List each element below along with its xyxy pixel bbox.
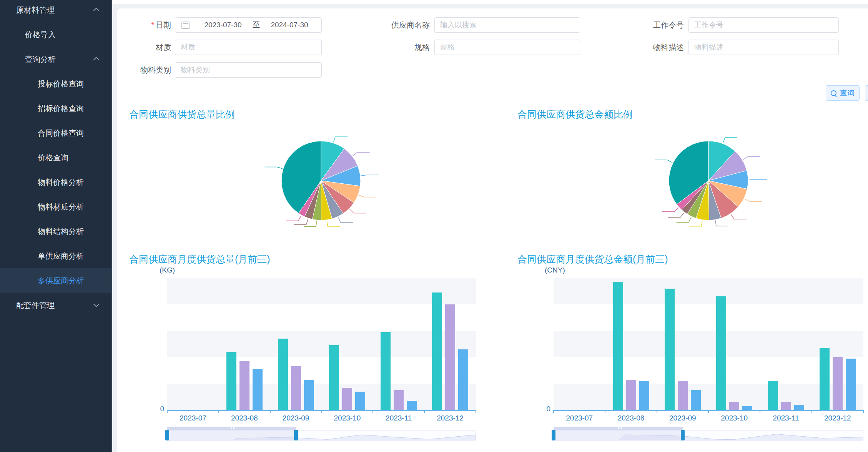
bar: [445, 304, 455, 410]
pie-leader-line: [668, 213, 684, 217]
query-button[interactable]: 查询: [826, 85, 860, 101]
x-axis-tick: [218, 410, 219, 413]
bar: [432, 292, 442, 410]
bar: [639, 381, 649, 410]
material-category-input[interactable]: [175, 62, 322, 78]
sidebar-item-配套件管理[interactable]: 配套件管理: [0, 293, 112, 317]
datazoom-move-bar[interactable]: [167, 427, 296, 430]
grid-band: [167, 384, 476, 410]
sidebar-item-物料价格分析[interactable]: 物料价格分析: [0, 170, 112, 194]
sidebar-item-label: 投标价格查询: [38, 80, 84, 88]
sidebar-item-价格查询[interactable]: 价格查询: [0, 145, 112, 170]
datazoom-slider[interactable]: [167, 427, 476, 442]
sidebar-item-原材料管理[interactable]: 原材料管理: [0, 0, 112, 22]
material-input[interactable]: [175, 40, 322, 55]
bar-chart-monthly-quantity: 2023-072023-082023-092023-102023-112023-…: [167, 278, 476, 445]
bar: [278, 339, 288, 410]
x-axis-label: 2023-10: [324, 414, 370, 422]
pie-leader-line: [743, 157, 760, 160]
date-range-picker[interactable]: 2023-07-30 至 2024-07-30: [175, 17, 322, 33]
datazoom-move-bar[interactable]: [554, 427, 683, 430]
bar: [239, 361, 249, 410]
grid-band: [554, 304, 863, 331]
pie-leader-line: [264, 167, 282, 168]
x-axis-label: 2023-10: [711, 414, 757, 422]
x-axis-tick: [708, 410, 709, 413]
bar: [291, 366, 301, 410]
sidebar-item-单供应商分析[interactable]: 单供应商分析: [0, 244, 112, 268]
sidebar-item-投标价格查询[interactable]: 投标价格查询: [0, 71, 112, 96]
grid-band: [167, 331, 476, 357]
grid-band: [167, 357, 476, 384]
pie-leader-line: [294, 219, 308, 224]
bar: [665, 289, 675, 410]
grid-band: [554, 384, 863, 410]
work-order-input[interactable]: [688, 17, 839, 33]
x-axis-label: 2023-11: [376, 414, 422, 422]
datazoom-slider[interactable]: [554, 427, 863, 442]
x-axis-label: 2023-11: [763, 414, 809, 422]
x-axis-tick: [424, 410, 425, 413]
x-axis-label: 2023-09: [273, 414, 319, 422]
sidebar-item-查询分析[interactable]: 查询分析: [0, 47, 112, 71]
pie-leader-line: [677, 217, 691, 223]
bar1-title: 合同供应商月度供货总量(月前三): [129, 253, 270, 266]
sidebar-item-价格导入[interactable]: 价格导入: [0, 22, 112, 47]
datazoom-handle-left[interactable]: [552, 430, 555, 440]
x-axis-tick: [863, 410, 864, 413]
sidebar-item-label: 单供应商分析: [38, 252, 84, 260]
sidebar-item-label: 配套件管理: [16, 301, 55, 309]
sidebar-item-物料结构分析[interactable]: 物料结构分析: [0, 219, 112, 244]
material-desc-input[interactable]: [688, 40, 839, 55]
sidebar-item-label: 物料价格分析: [38, 178, 84, 186]
sidebar-item-多供应商分析[interactable]: 多供应商分析: [0, 268, 112, 293]
datazoom-selected-range[interactable]: [167, 430, 296, 440]
bar: [820, 348, 830, 410]
sidebar-item-招标价格查询[interactable]: 招标价格查询: [0, 96, 112, 121]
datazoom-handle-left[interactable]: [165, 430, 169, 440]
supplier-input[interactable]: [434, 17, 580, 33]
pie-leader-line: [350, 209, 366, 213]
bar1-legend-placeholder[interactable]: -: [257, 254, 259, 264]
pie-leader-line: [353, 152, 370, 156]
pie-leader-line: [715, 221, 729, 226]
datazoom-selected-range[interactable]: [554, 430, 683, 440]
y-axis-zero-label: 0: [149, 405, 164, 413]
x-axis-tick: [321, 410, 322, 413]
pie-leader-line: [655, 160, 672, 163]
x-axis-tick: [605, 410, 605, 413]
required-asterisk: *: [151, 21, 154, 29]
pie-leader-line: [327, 221, 340, 226]
bar: [253, 369, 263, 410]
sidebar-scrollbar[interactable]: [111, 0, 112, 452]
sidebar-item-label: 多供应商分析: [38, 276, 84, 285]
grid-band: [554, 357, 863, 384]
date-end-value[interactable]: 2024-07-30: [261, 21, 318, 29]
x-axis-tick: [657, 410, 657, 413]
plot-area: [167, 278, 476, 411]
grid-band: [167, 304, 476, 331]
sidebar-item-label: 价格查询: [38, 153, 68, 162]
sidebar-item-合同价格查询[interactable]: 合同价格查询: [0, 121, 112, 145]
pie-chart-supply-amount: [612, 119, 805, 246]
pie-leader-line: [338, 217, 353, 223]
search-icon: [831, 90, 836, 96]
datazoom-handle-right[interactable]: [294, 430, 298, 440]
bar: [355, 392, 365, 410]
x-axis-tick: [811, 410, 812, 413]
x-axis-label: 2023-12: [427, 414, 473, 422]
x-axis-tick: [553, 410, 554, 413]
reset-button-clipped[interactable]: [865, 85, 868, 101]
work-order-label: 工作令号: [653, 17, 684, 33]
spec-input[interactable]: [434, 40, 580, 55]
date-start-value[interactable]: 2023-07-30: [195, 21, 251, 29]
datazoom-handle-right[interactable]: [681, 430, 685, 440]
x-axis-label: 2023-12: [815, 414, 861, 422]
sidebar-item-label: 查询分析: [25, 55, 56, 63]
sidebar-item-物料材质分析[interactable]: 物料材质分析: [0, 194, 112, 219]
pie-leader-line: [333, 137, 348, 142]
pie-leader-line: [745, 199, 762, 201]
bar: [226, 352, 236, 410]
pie-leader-line: [286, 216, 301, 221]
sidebar: 原材料管理价格导入查询分析投标价格查询招标价格查询合同价格查询价格查询物料价格分…: [0, 0, 112, 452]
